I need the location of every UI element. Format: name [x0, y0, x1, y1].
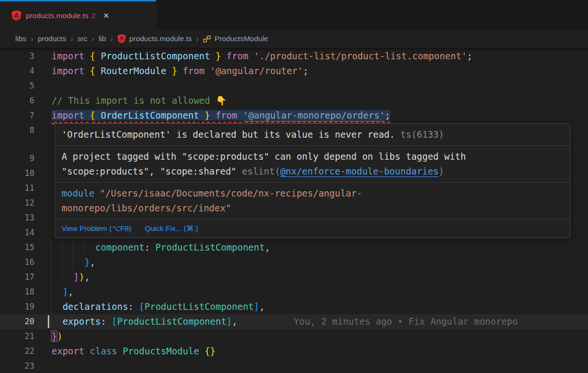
chevron-right-icon: › [70, 35, 73, 43]
code-text: // This import is not allowed 👇 [52, 93, 227, 108]
code-line-7[interactable]: 7import { OrderListComponent } from '@an… [0, 108, 588, 123]
hover-section-1: A project tagged with "scope:products" c… [55, 146, 570, 183]
token: export [52, 346, 90, 356]
token: } [199, 110, 215, 121]
token: from [183, 66, 210, 76]
line-number: 3 [0, 49, 34, 64]
eslint-rule-link[interactable]: @nx/enforce-module-boundaries [280, 166, 439, 176]
code-line-17[interactable]: 17 ]), [0, 270, 588, 285]
token: , [90, 257, 95, 267]
error-hover-popup: 'OrderListComponent' is declared but its… [54, 123, 570, 238]
tab-close-icon[interactable]: ✕ [103, 11, 109, 20]
line-number: 5 [0, 78, 34, 93]
code-line-23[interactable]: 23 [0, 359, 588, 373]
line-number: 22 [0, 344, 34, 359]
token [52, 257, 85, 267]
angular-file-icon: A [118, 34, 126, 44]
token: : [144, 242, 155, 252]
token: './product-list/product-list.component' [254, 51, 467, 61]
code-text: exports: [ProductListComponent], [52, 314, 237, 329]
quick-fix-button[interactable]: Quick Fix... (⌘.) [145, 223, 198, 234]
token: } [52, 331, 57, 341]
breadcrumb-label: products.module.ts [129, 34, 192, 43]
token: { [90, 51, 101, 61]
breadcrumb-item-lib[interactable]: lib [98, 34, 106, 43]
hover-text: 'OrderListComponent' is declared but its… [62, 129, 395, 140]
token: ] [226, 316, 232, 327]
token: class [90, 346, 123, 356]
token: } [166, 66, 182, 76]
token: ; [303, 66, 308, 76]
token: ] [63, 286, 68, 297]
token: import [52, 66, 90, 76]
token: : [128, 301, 139, 312]
code-line-3[interactable]: 3import { ProductListComponent } from '.… [0, 49, 588, 64]
token: } [210, 51, 226, 61]
token: OrderListComponent [101, 110, 199, 121]
error-highlight-range: import { OrderListComponent } from '@ang… [52, 110, 390, 121]
token: {} [204, 346, 215, 356]
hover-text-line: module "/Users/isaac/Documents/code/nx-r… [62, 186, 563, 201]
code-line-21[interactable]: 21}) [0, 329, 588, 344]
token: ] [254, 301, 259, 312]
code-line-6[interactable]: 6// This import is not allowed 👇 [0, 93, 588, 108]
token: RouterModule [101, 66, 166, 76]
token: { [90, 110, 101, 121]
hover-text-line: monorepo/libs/orders/src/index" [62, 201, 563, 216]
token [52, 301, 63, 312]
line-number: 8 [0, 123, 34, 138]
breadcrumb-item-products[interactable]: products [38, 34, 66, 43]
code-text: }, [52, 255, 96, 270]
line-number: 20 [0, 314, 34, 329]
token: from [226, 51, 254, 61]
token [52, 242, 96, 252]
tab-products-module[interactable]: A products.module.ts 2 ✕ [0, 0, 156, 30]
breadcrumb-item-src[interactable]: src [77, 34, 87, 43]
code-line-16[interactable]: 16 }, [0, 255, 588, 270]
token: ProductsModule [123, 346, 205, 356]
breadcrumb-item-libs[interactable]: libs [15, 34, 26, 43]
hover-text-line: 'OrderListComponent' is declared but its… [62, 127, 563, 142]
token: import [52, 110, 90, 121]
hover-text-line: A project tagged with "scope:products" c… [62, 149, 563, 164]
view-problem-button[interactable]: View Problem (⌥F8) [62, 223, 131, 234]
token: [ [112, 316, 117, 327]
module-specifier-link[interactable]: '@angular-monorepo/orders' [243, 110, 385, 121]
token: // This import is not allowed [52, 95, 215, 106]
code-line-5[interactable]: 5 [0, 78, 588, 93]
line-number: 15 [0, 240, 34, 255]
text-cursor [48, 315, 49, 328]
line-number: 17 [0, 270, 34, 285]
code-line-20[interactable]: 20 exports: [ProductListComponent],You, … [0, 314, 588, 329]
indent-guide [51, 240, 51, 255]
code-line-19[interactable]: 19 declarations: [ProductListComponent], [0, 299, 588, 314]
code-text: declarations: [ProductListComponent], [52, 299, 265, 314]
code-line-18[interactable]: 18 ], [0, 285, 588, 299]
code-line-15[interactable]: 15 component: ProductListComponent, [0, 240, 588, 255]
token: ProductListComponent [145, 301, 254, 312]
token: ] [74, 272, 79, 282]
breadcrumb-item-products-module-ts[interactable]: Aproducts.module.ts [118, 34, 192, 44]
code-line-22[interactable]: 22export class ProductsModule {} [0, 344, 588, 359]
line-number: 10 [0, 166, 34, 181]
chevron-right-icon: › [110, 35, 113, 43]
line-number: 21 [0, 329, 34, 344]
line-number: 12 [0, 196, 34, 210]
token: from [215, 110, 243, 121]
token: ; [467, 51, 472, 61]
line-number: 4 [0, 64, 34, 78]
tab-problem-count-badge: 2 [92, 12, 96, 20]
token: 👇 [215, 95, 227, 106]
breadcrumb-item-productsmodule[interactable]: ProductsModule [203, 34, 268, 43]
token: ) [57, 331, 62, 341]
line-number: 16 [0, 255, 34, 270]
code-text: ]), [52, 270, 90, 285]
hover-status-bar: View Problem (⌥F8)Quick Fix... (⌘.) [55, 219, 570, 238]
token: { [90, 66, 101, 76]
tab-title: products.module.ts [26, 11, 88, 20]
code-line-4[interactable]: 4import { RouterModule } from '@angular/… [0, 64, 588, 78]
hover-text: module [62, 188, 100, 198]
hover-text: "/Users/isaac/Documents/code/nx-recipes/… [100, 188, 362, 198]
token: ; [385, 110, 390, 121]
token: component [96, 242, 145, 252]
